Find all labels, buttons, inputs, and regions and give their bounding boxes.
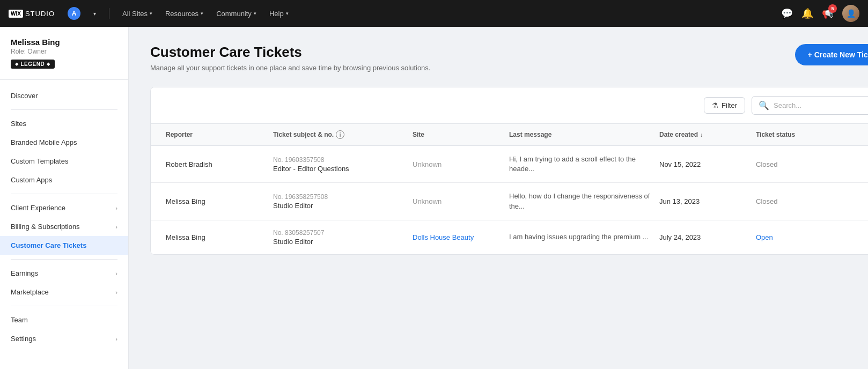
- table-row[interactable]: Robert Bradish No. 19603357508 Editor - …: [151, 146, 868, 183]
- nav-resources[interactable]: Resources ▾: [165, 10, 203, 18]
- search-input[interactable]: [774, 101, 868, 109]
- billing-chevron-icon: ›: [115, 224, 117, 230]
- last-message-cell: I am having issues upgrading the premium…: [505, 224, 655, 250]
- filter-button[interactable]: ⚗ Filter: [704, 97, 745, 114]
- top-navigation: WIX STUDIO A ▾ All Sites ▾ Resources ▾ C…: [0, 0, 868, 27]
- wix-wordmark: WIX: [9, 10, 23, 18]
- page-header: Customer Care Tickets Manage all your su…: [150, 44, 868, 72]
- ticket-subject-cell: No. 196358257508 Studio Editor: [269, 184, 408, 218]
- row-chevron-icon[interactable]: ›: [859, 151, 868, 177]
- account-chevron-icon[interactable]: ▾: [93, 11, 96, 17]
- sidebar-item-customer-care-tickets[interactable]: Customer Care Tickets: [0, 236, 128, 255]
- ticket-number: No. 19603357508: [273, 156, 404, 164]
- sidebar-divider-1: [11, 109, 117, 110]
- date-created-cell: Nov 15, 2022: [655, 152, 752, 177]
- sidebar-divider-2: [11, 194, 117, 194]
- sidebar-nav: Discover Sites Branded Mobile Apps Custo…: [0, 86, 128, 348]
- table-row[interactable]: Melissa Bing No. 83058257507 Studio Edit…: [151, 220, 868, 254]
- user-name: Melissa Bing: [11, 38, 117, 47]
- status-cell: Open: [752, 225, 859, 250]
- tickets-panel: ⚗ Filter 🔍 Reporter Ticket subject & no.…: [150, 87, 868, 255]
- marketplace-chevron-icon: ›: [115, 289, 117, 296]
- earnings-chevron-icon: ›: [115, 270, 117, 277]
- site-link[interactable]: Dolls House Beauty: [413, 233, 474, 241]
- studio-label: STUDIO: [25, 10, 55, 18]
- col-ticket-status: Ticket status: [752, 124, 859, 145]
- date-created-cell: July 24, 2023: [655, 225, 752, 250]
- filter-icon: ⚗: [712, 101, 718, 109]
- table-header: Reporter Ticket subject & no. i Site Las…: [151, 124, 868, 146]
- sidebar-item-billing-subscriptions[interactable]: Billing & Subscriptions ›: [0, 217, 128, 236]
- page-subtitle: Manage all your support tickets in one p…: [150, 64, 430, 72]
- sidebar-item-custom-apps[interactable]: Custom Apps: [0, 171, 128, 189]
- reporter-cell: Robert Bradish: [161, 152, 269, 177]
- chat-icon[interactable]: 💬: [781, 8, 793, 19]
- nav-divider: [109, 8, 109, 19]
- megaphone-badge-wrap[interactable]: 📢 5: [822, 8, 834, 19]
- nav-all-sites[interactable]: All Sites ▾: [122, 10, 152, 18]
- settings-chevron-icon: ›: [115, 336, 117, 342]
- status-cell: Closed: [752, 152, 859, 177]
- nav-community[interactable]: Community ▾: [216, 10, 256, 18]
- community-chevron-icon: ▾: [254, 11, 256, 16]
- user-avatar[interactable]: 👤: [842, 5, 859, 22]
- col-date-created[interactable]: Date created ↓: [655, 124, 752, 145]
- diamond-icon: ◆: [15, 62, 19, 67]
- site-unknown: Unknown: [413, 197, 442, 205]
- create-new-ticket-button[interactable]: + Create New Ticket: [795, 44, 868, 65]
- bell-icon[interactable]: 🔔: [801, 8, 813, 19]
- ticket-subject: Studio Editor: [273, 202, 404, 210]
- site-cell: Unknown: [408, 189, 505, 214]
- col-site: Site: [408, 124, 505, 145]
- main-content: Customer Care Tickets Manage all your su…: [129, 27, 868, 369]
- row-chevron-icon[interactable]: ›: [859, 189, 868, 215]
- panel-toolbar: ⚗ Filter 🔍: [151, 87, 868, 124]
- sidebar-item-marketplace[interactable]: Marketplace ›: [0, 283, 128, 301]
- ticket-subject-info-icon[interactable]: i: [336, 130, 344, 139]
- col-actions: [859, 124, 868, 145]
- site-cell: Dolls House Beauty: [408, 225, 505, 250]
- sidebar-divider-4: [11, 306, 117, 306]
- last-message-cell: Hi, I am trying to add a scroll effect t…: [505, 146, 655, 182]
- ticket-subject-cell: No. 83058257507 Studio Editor: [269, 220, 408, 254]
- nav-help[interactable]: Help ▾: [269, 10, 289, 18]
- ticket-subject: Studio Editor: [273, 238, 404, 246]
- last-message-cell: Hello, how do I change the responsivenes…: [505, 183, 655, 219]
- wix-logo: WIX STUDIO: [9, 10, 55, 18]
- user-role: Role: Owner: [11, 48, 117, 55]
- status-cell: Closed: [752, 189, 859, 214]
- sidebar-item-branded-mobile-apps[interactable]: Branded Mobile Apps: [0, 133, 128, 152]
- sidebar-item-team[interactable]: Team: [0, 311, 128, 329]
- table-row[interactable]: Melissa Bing No. 196358257508 Studio Edi…: [151, 183, 868, 220]
- page-title-section: Customer Care Tickets Manage all your su…: [150, 44, 430, 72]
- site-unknown: Unknown: [413, 160, 442, 168]
- sidebar-item-settings[interactable]: Settings ›: [0, 329, 128, 348]
- col-ticket-subject: Ticket subject & no. i: [269, 124, 408, 145]
- sidebar: Melissa Bing Role: Owner ◆ LEGEND ◆ Disc…: [0, 27, 129, 369]
- sort-descending-icon: ↓: [700, 132, 703, 138]
- reporter-cell: Melissa Bing: [161, 189, 269, 214]
- row-chevron-icon[interactable]: ›: [859, 224, 868, 250]
- ticket-number: No. 83058257507: [273, 229, 404, 237]
- resources-chevron-icon: ▾: [201, 11, 203, 16]
- date-created-cell: Jun 13, 2023: [655, 189, 752, 214]
- sidebar-item-custom-templates[interactable]: Custom Templates: [0, 152, 128, 171]
- sidebar-item-client-experience[interactable]: Client Experience ›: [0, 198, 128, 217]
- notification-badge: 5: [828, 4, 837, 13]
- sidebar-item-sites[interactable]: Sites: [0, 114, 128, 133]
- nav-right-actions: 💬 🔔 📢 5 👤: [781, 5, 859, 22]
- site-cell: Unknown: [408, 152, 505, 177]
- diamond-icon-right: ◆: [47, 62, 50, 67]
- reporter-cell: Melissa Bing: [161, 225, 269, 250]
- col-last-message: Last message: [505, 124, 655, 145]
- sidebar-item-earnings[interactable]: Earnings ›: [0, 264, 128, 283]
- ticket-subject: Editor - Editor Questions: [273, 165, 404, 173]
- sidebar-item-discover[interactable]: Discover: [0, 86, 128, 105]
- search-icon: 🔍: [759, 100, 769, 110]
- account-initial[interactable]: A: [68, 7, 80, 20]
- all-sites-chevron-icon: ▾: [150, 11, 152, 16]
- col-reporter: Reporter: [161, 124, 269, 145]
- sidebar-divider-3: [11, 259, 117, 260]
- user-profile-section: Melissa Bing Role: Owner ◆ LEGEND ◆: [0, 38, 128, 80]
- help-chevron-icon: ▾: [286, 11, 289, 16]
